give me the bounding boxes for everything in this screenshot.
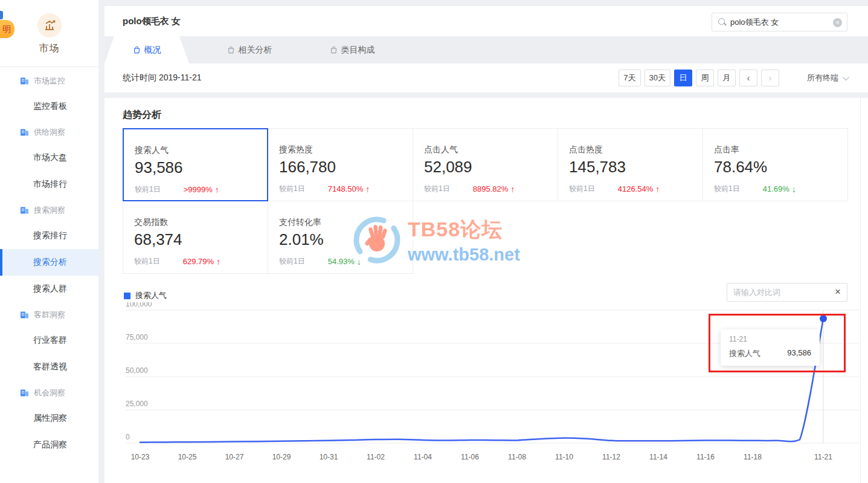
prev-period-button[interactable]: ‹ (739, 70, 757, 86)
metric-change-value: 54.93% (328, 257, 355, 266)
svg-text:75,000: 75,000 (126, 333, 148, 342)
tab-bar: 概况相关分析类目构成 (104, 36, 868, 63)
metric-card-搜索人气[interactable]: 搜索人气93,586较前1日>9999%↑ (123, 128, 268, 201)
svg-text:100,000: 100,000 (126, 302, 152, 308)
sidebar-item-搜索洞察[interactable]: 搜索洞察 (0, 198, 98, 222)
metric-compare-label: 较前1日 (714, 184, 740, 194)
terminal-selector[interactable]: 所有终端 (807, 73, 847, 83)
metric-label: 点击率 (714, 144, 847, 155)
period-button-周[interactable]: 周 (696, 70, 714, 86)
stat-time-label: 统计时间 (123, 73, 156, 82)
sidebar-item-搜索人群[interactable]: 搜索人群 (0, 276, 98, 302)
tooltip-value: 93,586 (787, 348, 811, 359)
close-icon[interactable]: × (835, 286, 841, 298)
metric-change-value: 41.69% (763, 184, 789, 193)
trend-chart-area[interactable]: 025,00050,00075,000100,00010-2310-2510-2… (121, 302, 864, 472)
search-icon (718, 18, 727, 27)
sidebar-item-市场排行[interactable]: 市场排行 (0, 171, 98, 198)
metric-change-value: 8895.82% (473, 184, 509, 193)
arrow-up-icon: ↑ (215, 185, 219, 195)
metric-compare-label: 较前1日 (135, 184, 161, 195)
svg-text:11-02: 11-02 (367, 453, 385, 461)
sidebar-item-label: 行业客群 (33, 335, 67, 346)
metric-value: 2.01% (279, 230, 413, 249)
sidebar-item-搜索排行[interactable]: 搜索排行 (0, 222, 98, 249)
metric-change-value: 4126.54% (618, 184, 654, 193)
svg-text:11-10: 11-10 (555, 453, 573, 461)
market-trend-icon (37, 13, 62, 37)
sidebar-item-label: 产品洞察 (33, 439, 67, 450)
metric-compare-label: 较前1日 (424, 184, 450, 194)
next-period-button[interactable]: › (761, 70, 779, 86)
tab-概况[interactable]: 概况 (104, 36, 189, 63)
sidebar-item-市场监控[interactable]: 市场监控 (0, 68, 98, 93)
period-button-月[interactable]: 月 (718, 70, 736, 86)
tab-类目构成[interactable]: 类目构成 (310, 36, 394, 63)
compare-word-input[interactable] (733, 284, 827, 301)
stat-time-value: 2019-11-21 (159, 73, 202, 82)
clear-search-icon[interactable]: × (833, 18, 842, 27)
metric-value: 52,089 (424, 158, 558, 177)
period-button-日[interactable]: 日 (674, 70, 692, 86)
metric-change-value: 7148.50% (328, 184, 364, 193)
metric-value: 93,586 (135, 158, 267, 177)
period-button-7天[interactable]: 7天 (619, 70, 640, 86)
metric-card-点击人气[interactable]: 点击人气52,089较前1日8895.82%↑ (413, 128, 558, 201)
metric-card-支付转化率[interactable]: 支付转化率2.01%较前1日54.93%↓ (268, 201, 413, 274)
sidebar-item-label: 市场排行 (33, 179, 67, 190)
tab-label: 相关分析 (239, 36, 272, 63)
section-icon (20, 206, 29, 215)
sidebar-item-监控看板[interactable]: 监控看板 (0, 93, 98, 120)
sidebar-item-label: 属性洞察 (33, 413, 67, 424)
bag-icon (330, 46, 338, 54)
section-icon (20, 388, 29, 397)
metric-card-点击热度[interactable]: 点击热度145,783较前1日4126.54%↑ (558, 128, 703, 201)
sidebar-item-搜索分析[interactable]: 搜索分析 (0, 249, 98, 276)
edge-blue-sliver (0, 11, 3, 19)
sidebar-item-label: 市场监控 (34, 76, 65, 86)
svg-text:10-31: 10-31 (320, 453, 338, 461)
metric-label: 搜索人气 (135, 145, 267, 156)
svg-text:11-08: 11-08 (508, 453, 526, 461)
svg-text:50,000: 50,000 (126, 366, 148, 375)
sidebar-item-label: 供给洞察 (34, 127, 65, 138)
svg-text:11-12: 11-12 (602, 453, 620, 461)
period-button-30天[interactable]: 30天 (645, 70, 670, 86)
sidebar-item-行业客群[interactable]: 行业客群 (0, 327, 98, 354)
sidebar-item-供给洞察[interactable]: 供给洞察 (0, 120, 98, 144)
svg-text:11-21: 11-21 (814, 453, 832, 461)
tab-label: 类目构成 (341, 36, 375, 63)
sidebar-item-客群洞察[interactable]: 客群洞察 (0, 302, 98, 327)
arrow-down-icon: ↓ (357, 257, 361, 267)
metric-card-点击率[interactable]: 点击率78.64%较前1日41.69%↓ (702, 128, 848, 201)
metric-compare-label: 较前1日 (134, 256, 160, 267)
metric-cards: 搜索人气93,586较前1日>9999%↑搜索热度166,780较前1日7148… (123, 128, 849, 274)
panel-right-divider (860, 98, 861, 483)
sidebar-item-产品洞察[interactable]: 产品洞察 (0, 432, 98, 458)
sidebar-item-label: 客群洞察 (34, 310, 65, 320)
arrow-up-icon: ↑ (655, 184, 660, 194)
sidebar-item-客群透视[interactable]: 客群透视 (0, 354, 98, 380)
sidebar-item-label: 搜索分析 (33, 257, 67, 268)
compare-word-box: × (727, 283, 847, 302)
tab-相关分析[interactable]: 相关分析 (207, 36, 292, 63)
legend-label: 搜索人气 (135, 290, 167, 301)
sidebar-item-机会洞察[interactable]: 机会洞察 (0, 380, 98, 405)
metric-compare-label: 较前1日 (569, 184, 595, 194)
metric-card-搜索热度[interactable]: 搜索热度166,780较前1日7148.50%↑ (268, 128, 413, 201)
section-icon (20, 310, 29, 319)
market-logo[interactable]: 市场 (0, 13, 98, 55)
metric-card-交易指数[interactable]: 交易指数68,374较前1日629.79%↑ (123, 201, 268, 274)
sidebar-item-属性洞察[interactable]: 属性洞察 (0, 405, 98, 432)
svg-text:25,000: 25,000 (126, 400, 148, 408)
metric-value: 166,780 (279, 158, 413, 177)
svg-text:11-16: 11-16 (696, 453, 715, 461)
section-icon (20, 76, 29, 85)
chart-legend: 搜索人气 (124, 290, 167, 301)
sidebar-item-市场大盘[interactable]: 市场大盘 (0, 144, 98, 171)
search-input[interactable] (730, 13, 827, 31)
metric-value: 78.64% (714, 158, 847, 177)
svg-text:11-18: 11-18 (744, 453, 762, 461)
sidebar-item-label: 搜索人群 (33, 284, 67, 294)
sidebar: 市场 市场监控监控看板供给洞察市场大盘市场排行搜索洞察搜索排行搜索分析搜索人群客… (0, 0, 98, 483)
